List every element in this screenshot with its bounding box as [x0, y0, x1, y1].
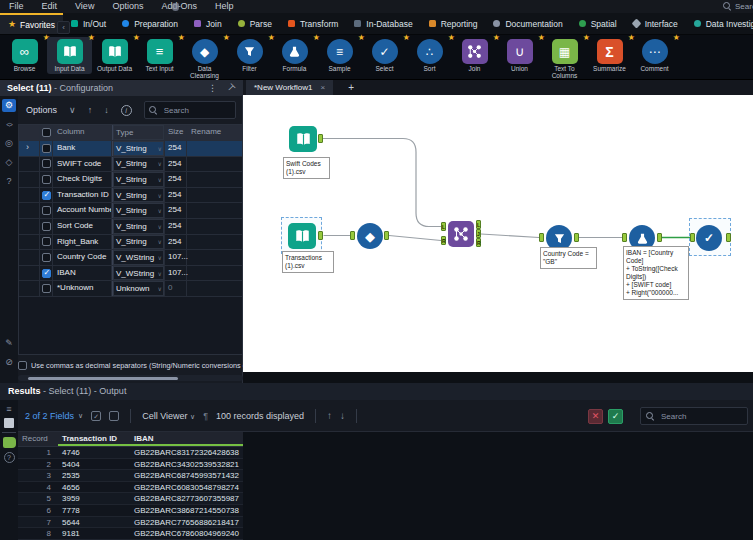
column-row[interactable]: *Unknown Unknown∨ 0: [19, 281, 242, 297]
move-down-icon[interactable]: ↓: [104, 105, 109, 115]
row-expander[interactable]: [19, 235, 40, 250]
palette-tool[interactable]: ◆ ★ Data Cleansing: [182, 37, 227, 81]
column-search-input[interactable]: [162, 105, 222, 116]
rename-cell[interactable]: [187, 141, 242, 156]
column-name-cell[interactable]: Account Number: [53, 203, 112, 218]
list-view-icon[interactable]: ≡: [3, 404, 15, 415]
column-row[interactable]: Right_Bank V_String∨ 254: [19, 235, 242, 251]
row-checkbox[interactable]: [42, 284, 51, 293]
result-row[interactable]: 2 5404 GB22BARC34302539532821: [18, 459, 243, 471]
output-anchor[interactable]: [574, 233, 579, 242]
row-checkbox[interactable]: [42, 191, 51, 200]
gear-icon[interactable]: ⚙: [2, 99, 16, 112]
rename-cell[interactable]: [187, 250, 242, 265]
results-search-input[interactable]: [659, 411, 739, 422]
join-input-anchor[interactable]: R: [441, 236, 446, 245]
menu-item[interactable]: Options: [103, 0, 152, 13]
ribbon-category-tab[interactable]: Transform: [280, 13, 346, 34]
palette-tool[interactable]: ★ Join: [452, 37, 497, 74]
input-data-node-transactions[interactable]: [288, 223, 316, 249]
column-search-box[interactable]: [144, 101, 236, 119]
move-up-icon[interactable]: ↑: [88, 105, 93, 115]
row-expander[interactable]: [19, 157, 40, 172]
no-entry-icon[interactable]: ⊘: [2, 356, 16, 369]
help-icon[interactable]: ?: [2, 175, 16, 188]
filter-annotation[interactable]: Country Code ="GB": [540, 247, 597, 269]
output-anchor[interactable]: [657, 233, 662, 242]
ribbon-category-tab[interactable]: Data Investigation: [686, 13, 753, 34]
column-name-cell[interactable]: *Unknown: [53, 281, 112, 296]
output-anchor[interactable]: [726, 233, 731, 242]
input-anchor[interactable]: [350, 231, 355, 240]
size-cell[interactable]: 107...: [165, 250, 187, 265]
select-node[interactable]: ✓: [696, 225, 722, 251]
ribbon-category-tab[interactable]: Reporting: [421, 13, 486, 34]
rename-cell[interactable]: [187, 235, 242, 250]
row-expander[interactable]: [19, 141, 40, 156]
palette-tool[interactable]: ≡ ★ Text Input: [137, 37, 182, 74]
row-expander[interactable]: [19, 172, 40, 187]
row-checkbox[interactable]: [42, 222, 51, 231]
type-dropdown[interactable]: Unknown∨: [112, 281, 165, 296]
cancel-button[interactable]: ✕: [588, 409, 603, 424]
size-cell[interactable]: 254: [165, 188, 187, 203]
type-dropdown[interactable]: V_String∨: [112, 235, 165, 250]
code-icon[interactable]: <>: [2, 118, 16, 131]
join-output-anchor[interactable]: R: [476, 238, 481, 247]
join-input-anchor[interactable]: L: [441, 222, 446, 231]
join-node[interactable]: [448, 221, 474, 247]
size-cell[interactable]: 0: [165, 281, 187, 296]
row-checkbox[interactable]: [42, 253, 51, 262]
type-dropdown[interactable]: V_String∨: [112, 188, 165, 203]
formula-annotation[interactable]: IBAN = [CountryCode]+ ToString([CheckDig…: [623, 246, 689, 300]
size-cell[interactable]: 254: [165, 172, 187, 187]
help-icon[interactable]: ?: [4, 452, 15, 463]
swift-codes-label[interactable]: Swift Codes(1).csv: [283, 157, 330, 179]
result-row[interactable]: 6 7778 GB22BARC38687214550738: [18, 505, 243, 517]
record-header[interactable]: Record: [18, 432, 58, 446]
output-anchor[interactable]: [318, 134, 323, 143]
column-name-cell[interactable]: Right_Bank: [53, 235, 112, 250]
column-name-cell[interactable]: Transaction ID: [53, 188, 112, 203]
column-name-cell[interactable]: Country Code: [53, 250, 112, 265]
rename-header[interactable]: Rename: [187, 125, 242, 140]
ribbon-collapse-button[interactable]: ‹: [57, 21, 70, 34]
column-row[interactable]: Transaction ID V_String∨ 254: [19, 188, 242, 204]
iban-header[interactable]: IBAN: [130, 432, 243, 446]
column-row[interactable]: IBAN V_WString∨ 107...: [19, 266, 242, 282]
rename-cell[interactable]: [187, 188, 242, 203]
palette-tool[interactable]: ✓ ★ Select: [362, 37, 407, 74]
column-row[interactable]: Sort Code V_String∨ 254: [19, 219, 242, 235]
rename-cell[interactable]: [187, 219, 242, 234]
ribbon-category-tab[interactable]: Preparation: [114, 13, 186, 34]
input-anchor[interactable]: [539, 233, 544, 242]
row-checkbox[interactable]: [42, 144, 51, 153]
size-cell[interactable]: 107...: [165, 266, 187, 281]
rename-cell[interactable]: [187, 172, 242, 187]
palette-tool[interactable]: ★ Filter: [227, 37, 272, 74]
data-cleansing-node[interactable]: ◆: [357, 223, 383, 249]
chevron-down-icon[interactable]: ∨: [69, 105, 76, 115]
ribbon-category-tab[interactable]: Documentation: [485, 13, 570, 34]
column-name-cell[interactable]: IBAN: [53, 266, 112, 281]
menu-item[interactable]: File: [0, 0, 33, 13]
rename-cell[interactable]: [187, 157, 242, 172]
size-cell[interactable]: 254: [165, 141, 187, 156]
row-expander[interactable]: [19, 250, 40, 265]
column-row[interactable]: SWIFT code V_String∨ 254: [19, 157, 242, 173]
column-row[interactable]: Bank V_String∨ 254: [19, 141, 242, 157]
cell-viewer-dropdown[interactable]: Cell Viewer ∨: [142, 411, 195, 421]
pin-icon[interactable]: ⊤: [223, 80, 240, 97]
type-dropdown[interactable]: V_String∨: [112, 203, 165, 218]
select-all-fields-icon[interactable]: ✓: [91, 411, 101, 421]
size-cell[interactable]: 254: [165, 235, 187, 250]
palette-tool[interactable]: ∞ ★ Browse: [2, 37, 47, 74]
menu-item[interactable]: Edit: [33, 0, 67, 13]
menu-item[interactable]: View: [66, 0, 103, 13]
ribbon-category-tab[interactable]: In/Out: [63, 13, 114, 34]
result-row[interactable]: 7 5644 GB22BARC77656886218417: [18, 517, 243, 529]
input-anchor[interactable]: [622, 233, 627, 242]
palette-tool[interactable]: ★ Formula: [272, 37, 317, 74]
row-checkbox[interactable]: [42, 269, 51, 278]
rename-cell[interactable]: [187, 203, 242, 218]
